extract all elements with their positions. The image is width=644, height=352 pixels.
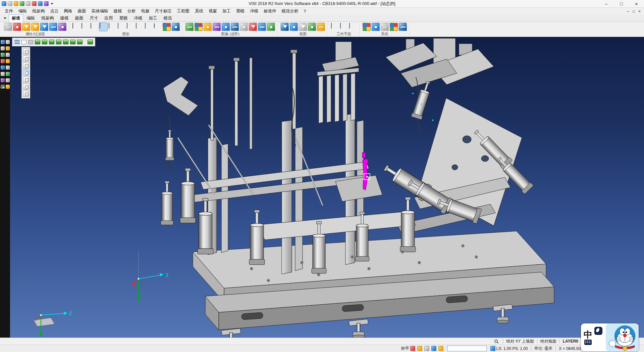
menu-solid-edit[interactable]: 实体编辑 bbox=[89, 8, 111, 15]
ime-mode-indicator[interactable]: 中 bbox=[584, 330, 592, 339]
tab-edit[interactable]: 编辑 bbox=[23, 14, 38, 22]
undo-icon[interactable] bbox=[32, 1, 37, 6]
selection-filter-button-6[interactable] bbox=[23, 84, 29, 90]
eraser-icon[interactable] bbox=[6, 65, 10, 70]
pencil-icon[interactable] bbox=[6, 46, 10, 50]
axes-icon[interactable] bbox=[1, 53, 5, 57]
mdi-close-icon[interactable]: × bbox=[638, 9, 641, 14]
system-colors-icon[interactable] bbox=[363, 23, 371, 31]
tab-dimension[interactable]: 尺寸 bbox=[87, 14, 101, 22]
tab-wireframe[interactable]: 线架构 bbox=[38, 14, 57, 22]
flag-icon[interactable] bbox=[410, 346, 415, 351]
menu-analysis[interactable]: 分析 bbox=[125, 8, 139, 15]
zoom-icon[interactable] bbox=[1, 40, 5, 44]
moon-punctuation-icon[interactable] bbox=[594, 327, 602, 335]
menu-mesh[interactable]: 网格 bbox=[61, 8, 75, 15]
search-icon[interactable] bbox=[494, 340, 498, 343]
menu-pointcloud[interactable]: 点云 bbox=[48, 8, 61, 15]
box-select-icon[interactable] bbox=[1, 78, 5, 82]
undo-arrow-icon[interactable] bbox=[6, 78, 10, 82]
tab-progress-die[interactable]: 冲模 bbox=[131, 14, 146, 22]
match-properties-icon[interactable] bbox=[13, 23, 21, 31]
lock-label[interactable]: 拴牢 bbox=[401, 346, 409, 351]
open-file-icon[interactable] bbox=[8, 1, 12, 6]
flat-shaded-view-icon[interactable] bbox=[108, 23, 116, 31]
section-box-icon[interactable] bbox=[117, 23, 125, 31]
menu-electrode[interactable]: 电极 bbox=[139, 8, 152, 15]
shadow-icon[interactable] bbox=[213, 23, 221, 31]
system-grid-icon[interactable] bbox=[381, 23, 389, 31]
menu-mould[interactable]: 塑模 bbox=[233, 8, 247, 15]
transparency-icon[interactable] bbox=[240, 23, 248, 31]
background-icon[interactable] bbox=[222, 23, 230, 31]
active-layer-label[interactable]: LAYER0 bbox=[563, 339, 578, 344]
filter-add-icon[interactable] bbox=[31, 23, 39, 31]
filter-icon[interactable] bbox=[22, 23, 30, 31]
menu-surface[interactable]: 曲面 bbox=[75, 8, 89, 15]
material-shade-icon[interactable] bbox=[172, 23, 180, 31]
close-button[interactable]: × bbox=[629, 0, 644, 7]
layers-icon[interactable] bbox=[49, 23, 57, 31]
reflection-icon[interactable] bbox=[231, 23, 239, 31]
rotate-view-icon[interactable] bbox=[308, 23, 316, 31]
workplane-align-icon[interactable] bbox=[340, 23, 348, 31]
wireframe-toggle-icon[interactable] bbox=[1, 46, 5, 50]
selection-filter-button-7[interactable] bbox=[23, 91, 29, 97]
selection-filter-button-5[interactable] bbox=[23, 77, 29, 83]
zoom-fit-icon[interactable] bbox=[281, 23, 289, 31]
tab-application[interactable]: 应用 bbox=[102, 14, 116, 22]
paint-icon[interactable] bbox=[1, 59, 5, 63]
view-iso-icon[interactable] bbox=[35, 40, 40, 44]
tab-modeling[interactable]: 建模 bbox=[57, 14, 72, 22]
sequence-icon[interactable] bbox=[1, 72, 5, 76]
view-top-icon[interactable] bbox=[42, 40, 47, 44]
qat-dropdown-icon[interactable] bbox=[51, 3, 53, 5]
view-mode-label[interactable]: 绝对视图 bbox=[540, 339, 556, 344]
grid-display-icon[interactable] bbox=[136, 23, 144, 31]
settings-icon[interactable] bbox=[44, 1, 49, 6]
snap-grid-icon[interactable] bbox=[145, 23, 153, 31]
view-orientation-label[interactable]: 绝对 XY 上视图 bbox=[506, 339, 534, 344]
tab-standard[interactable]: 标准 bbox=[9, 14, 23, 22]
chart-icon[interactable] bbox=[1, 65, 5, 70]
brush-icon[interactable] bbox=[417, 346, 422, 351]
selection-filter-button-2[interactable] bbox=[23, 55, 29, 62]
system-display-icon[interactable] bbox=[399, 23, 407, 31]
export-icon[interactable] bbox=[6, 85, 10, 89]
redo-arrow-icon[interactable] bbox=[6, 72, 10, 76]
bounding-box-icon[interactable] bbox=[126, 23, 135, 31]
light-icon[interactable] bbox=[204, 23, 212, 31]
tab-flow[interactable]: 模流 bbox=[161, 14, 175, 22]
filter-remove-icon[interactable] bbox=[40, 23, 48, 31]
capture-icon[interactable] bbox=[258, 23, 266, 31]
hidden-line-view-icon[interactable] bbox=[81, 23, 89, 31]
render-icon[interactable] bbox=[249, 23, 257, 31]
texture-icon[interactable] bbox=[185, 23, 194, 31]
view-box-white-icon[interactable] bbox=[21, 40, 26, 44]
zoom-window-icon[interactable] bbox=[290, 23, 298, 31]
menu-machining[interactable]: 加工 bbox=[220, 8, 233, 15]
command-input[interactable] bbox=[447, 346, 487, 351]
previous-view-icon[interactable] bbox=[317, 23, 325, 31]
minimize-button[interactable]: – bbox=[599, 0, 614, 7]
view-back-icon[interactable] bbox=[70, 40, 75, 44]
cut-icon[interactable] bbox=[6, 40, 10, 44]
pan-view-icon[interactable] bbox=[299, 23, 307, 31]
selection-filter-button-3[interactable] bbox=[23, 62, 29, 69]
view-left-icon[interactable] bbox=[56, 40, 61, 44]
target-icon[interactable] bbox=[490, 346, 495, 351]
selection-filter-button-4[interactable] bbox=[23, 70, 29, 76]
new-file-icon[interactable] bbox=[2, 1, 6, 6]
attribute-table-icon[interactable] bbox=[58, 23, 66, 31]
tab-machining[interactable]: 加工 bbox=[146, 14, 160, 22]
menu-help[interactable]: ? bbox=[301, 8, 309, 14]
import-icon[interactable] bbox=[20, 1, 24, 6]
menu-standard-parts[interactable]: 标准件 bbox=[261, 8, 279, 15]
menu-edit[interactable]: 编辑 bbox=[16, 8, 30, 15]
animation-icon[interactable] bbox=[267, 23, 275, 31]
maximize-button[interactable]: □ bbox=[614, 0, 629, 7]
workplane-xy-icon[interactable] bbox=[331, 23, 339, 31]
workplane-3pt-icon[interactable] bbox=[349, 23, 357, 31]
view-front-icon[interactable] bbox=[49, 40, 54, 44]
view-right-icon[interactable] bbox=[63, 40, 68, 44]
